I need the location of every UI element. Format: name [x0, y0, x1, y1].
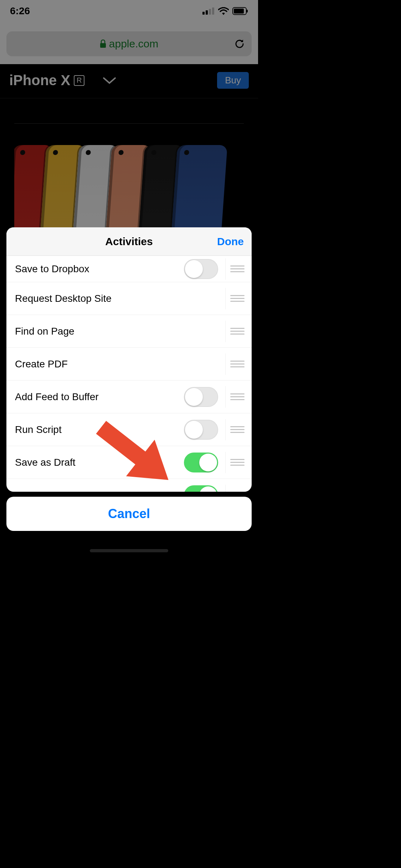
product-name: iPhone X R — [9, 72, 117, 88]
activity-row[interactable]: Find on Page — [6, 315, 252, 348]
status-time: 6:26 — [10, 5, 30, 17]
activity-row[interactable]: Add Feed to Buffer — [6, 381, 252, 413]
wifi-icon — [218, 7, 229, 15]
home-indicator[interactable] — [90, 549, 168, 552]
activity-label: Find on Page — [15, 326, 225, 337]
url-text: apple.com — [100, 38, 158, 50]
cellular-icon — [202, 7, 215, 15]
r-badge: R — [74, 75, 84, 86]
reload-icon[interactable] — [234, 38, 245, 50]
svg-rect-2 — [209, 9, 211, 15]
reorder-handle-icon[interactable] — [225, 485, 243, 492]
address-bar[interactable]: apple.com — [6, 31, 252, 56]
activity-row[interactable]: Create PDF — [6, 348, 252, 381]
activity-toggle[interactable] — [184, 387, 218, 407]
reorder-handle-icon[interactable] — [225, 258, 243, 280]
activity-toggle[interactable] — [184, 485, 218, 492]
activity-row[interactable]: Request Desktop Site — [6, 282, 252, 315]
url-domain: apple.com — [109, 38, 158, 50]
activity-label: Request Desktop Site — [15, 293, 225, 304]
reorder-handle-icon[interactable] — [225, 386, 243, 408]
activity-label: Add Feed to Buffer — [15, 391, 184, 403]
svg-rect-3 — [212, 7, 214, 15]
activity-toggle[interactable] — [184, 453, 218, 472]
cancel-button[interactable]: Cancel — [6, 497, 252, 531]
activity-label: Save to Dropbox — [15, 263, 184, 275]
buy-button[interactable]: Buy — [217, 72, 249, 89]
sheet-title: Activities — [105, 236, 153, 248]
activity-row[interactable]: Save to Dropbox — [6, 256, 252, 282]
activity-toggle[interactable] — [184, 259, 218, 279]
svg-rect-7 — [100, 43, 106, 48]
activity-row[interactable]: Save Images — [6, 479, 252, 492]
svg-rect-1 — [206, 10, 208, 15]
reorder-handle-icon[interactable] — [225, 321, 243, 342]
activity-label: Create PDF — [15, 358, 225, 370]
reorder-handle-icon[interactable] — [225, 288, 243, 309]
sheet-header: Activities Done — [6, 227, 252, 256]
status-icons — [202, 7, 248, 15]
svg-rect-0 — [202, 12, 205, 15]
reorder-handle-icon[interactable] — [225, 452, 243, 473]
svg-rect-5 — [234, 9, 244, 14]
browser-toolbar: apple.com — [0, 22, 258, 64]
battery-icon — [232, 7, 248, 15]
reorder-handle-icon[interactable] — [225, 353, 243, 375]
svg-rect-6 — [247, 10, 248, 12]
reorder-handle-icon[interactable] — [225, 419, 243, 440]
status-bar: 6:26 — [0, 0, 258, 22]
done-button[interactable]: Done — [217, 236, 244, 248]
activity-toggle[interactable] — [184, 420, 218, 440]
chevron-down-icon[interactable] — [102, 77, 117, 84]
lock-icon — [100, 40, 106, 48]
product-header: iPhone X R Buy — [0, 64, 258, 98]
